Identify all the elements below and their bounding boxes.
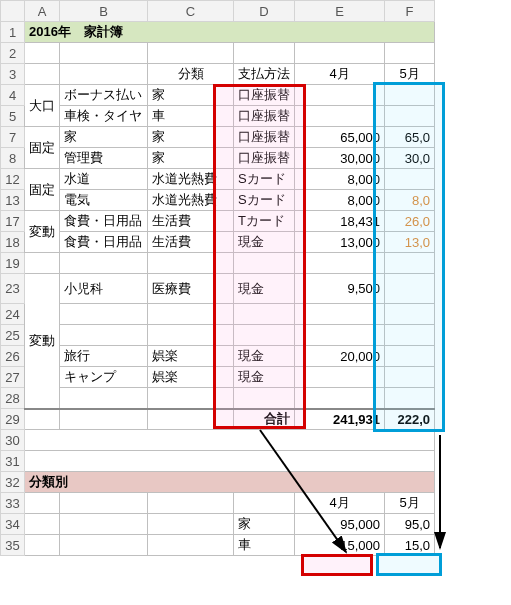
cell[interactable]: 医療費 — [148, 274, 234, 304]
cell[interactable] — [295, 43, 385, 64]
cell[interactable]: 26,0 — [385, 211, 435, 232]
group-label[interactable]: 変動 — [25, 274, 60, 409]
cell[interactable] — [148, 409, 234, 430]
cell[interactable] — [60, 514, 148, 535]
row-header[interactable]: 7 — [1, 127, 25, 148]
row-header[interactable]: 26 — [1, 346, 25, 367]
col-header[interactable]: D — [234, 1, 295, 22]
cell[interactable]: 30,0 — [385, 148, 435, 169]
row-header[interactable]: 33 — [1, 493, 25, 514]
cell[interactable] — [25, 493, 60, 514]
cell[interactable] — [234, 493, 295, 514]
total-apr[interactable]: 241,931 — [295, 409, 385, 430]
cell[interactable]: 娯楽 — [148, 367, 234, 388]
cell[interactable]: 水道光熱費 — [148, 190, 234, 211]
row-header[interactable]: 2 — [1, 43, 25, 64]
row-header[interactable]: 28 — [1, 388, 25, 409]
row-header[interactable]: 24 — [1, 304, 25, 325]
cell[interactable]: 食費・日用品 — [60, 211, 148, 232]
cell[interactable] — [60, 64, 148, 85]
row-header[interactable]: 5 — [1, 106, 25, 127]
cell[interactable] — [60, 304, 148, 325]
cell[interactable] — [60, 43, 148, 64]
cell[interactable] — [385, 304, 435, 325]
cell[interactable]: 13,0 — [385, 232, 435, 253]
cell[interactable] — [295, 367, 385, 388]
cell[interactable]: 現金 — [234, 346, 295, 367]
col-title-may[interactable]: 5月 — [385, 64, 435, 85]
cell[interactable] — [234, 325, 295, 346]
cell[interactable]: 生活費 — [148, 211, 234, 232]
cell[interactable] — [385, 169, 435, 190]
group-label[interactable]: 大口 — [25, 85, 60, 127]
cell[interactable] — [295, 85, 385, 106]
cell[interactable] — [25, 409, 60, 430]
cell[interactable]: 旅行 — [60, 346, 148, 367]
cell[interactable] — [60, 388, 148, 409]
col-header[interactable]: A — [25, 1, 60, 22]
spreadsheet-grid[interactable]: A B C D E F 1 2016年 家計簿 2 3 分類 支払方法 4月 5… — [0, 0, 435, 556]
cell[interactable]: Sカード — [234, 190, 295, 211]
cell[interactable] — [60, 493, 148, 514]
row-header[interactable]: 12 — [1, 169, 25, 190]
row-header[interactable]: 31 — [1, 451, 25, 472]
cell[interactable]: 水道 — [60, 169, 148, 190]
cell[interactable] — [25, 64, 60, 85]
category-row-apr[interactable]: 15,000 — [295, 535, 385, 556]
cell[interactable] — [234, 388, 295, 409]
cell[interactable] — [25, 535, 60, 556]
cell[interactable]: 管理費 — [60, 148, 148, 169]
cell[interactable]: 9,500 — [295, 274, 385, 304]
cell[interactable]: 65,0 — [385, 127, 435, 148]
category-row-label[interactable]: 家 — [234, 514, 295, 535]
category-section-title[interactable]: 分類別 — [25, 472, 435, 493]
cell[interactable]: 車 — [148, 106, 234, 127]
cell[interactable]: 20,000 — [295, 346, 385, 367]
cell[interactable]: キャンプ — [60, 367, 148, 388]
group-label[interactable]: 固定 — [25, 127, 60, 169]
row-header[interactable]: 18 — [1, 232, 25, 253]
row-header[interactable]: 17 — [1, 211, 25, 232]
cell[interactable] — [385, 367, 435, 388]
cell[interactable] — [60, 253, 148, 274]
cell[interactable] — [385, 274, 435, 304]
col-header[interactable]: F — [385, 1, 435, 22]
category-row-apr[interactable]: 95,000 — [295, 514, 385, 535]
cell[interactable] — [234, 253, 295, 274]
cell[interactable]: 現金 — [234, 367, 295, 388]
cell[interactable]: 小児科 — [60, 274, 148, 304]
cell[interactable] — [295, 253, 385, 274]
cell[interactable] — [148, 514, 234, 535]
spreadsheet-viewport[interactable]: { "columns":["A","B","C","D","E","F"], "… — [0, 0, 511, 605]
cell[interactable]: 現金 — [234, 232, 295, 253]
cell[interactable] — [385, 106, 435, 127]
cell[interactable]: Tカード — [234, 211, 295, 232]
cell[interactable]: 現金 — [234, 274, 295, 304]
cell[interactable] — [25, 43, 60, 64]
row-header[interactable]: 27 — [1, 367, 25, 388]
row-header[interactable]: 3 — [1, 64, 25, 85]
row-header[interactable]: 34 — [1, 514, 25, 535]
row-header[interactable]: 13 — [1, 190, 25, 211]
row-header[interactable]: 4 — [1, 85, 25, 106]
cell[interactable]: 家 — [148, 148, 234, 169]
row-header[interactable]: 8 — [1, 148, 25, 169]
cell[interactable]: 家 — [148, 85, 234, 106]
cell[interactable] — [148, 253, 234, 274]
cell[interactable] — [385, 43, 435, 64]
cell[interactable] — [25, 253, 60, 274]
cell[interactable] — [295, 388, 385, 409]
cell[interactable]: 8,000 — [295, 190, 385, 211]
cell[interactable]: 65,000 — [295, 127, 385, 148]
category-row-may[interactable]: 15,0 — [385, 535, 435, 556]
cell[interactable]: 30,000 — [295, 148, 385, 169]
cell[interactable] — [234, 43, 295, 64]
cell[interactable] — [25, 430, 435, 451]
col-title-category[interactable]: 分類 — [148, 64, 234, 85]
cell[interactable]: 車検・タイヤ — [60, 106, 148, 127]
row-header[interactable]: 1 — [1, 22, 25, 43]
cell[interactable] — [25, 451, 435, 472]
total-may[interactable]: 222,0 — [385, 409, 435, 430]
col-header[interactable]: B — [60, 1, 148, 22]
row-header[interactable]: 19 — [1, 253, 25, 274]
